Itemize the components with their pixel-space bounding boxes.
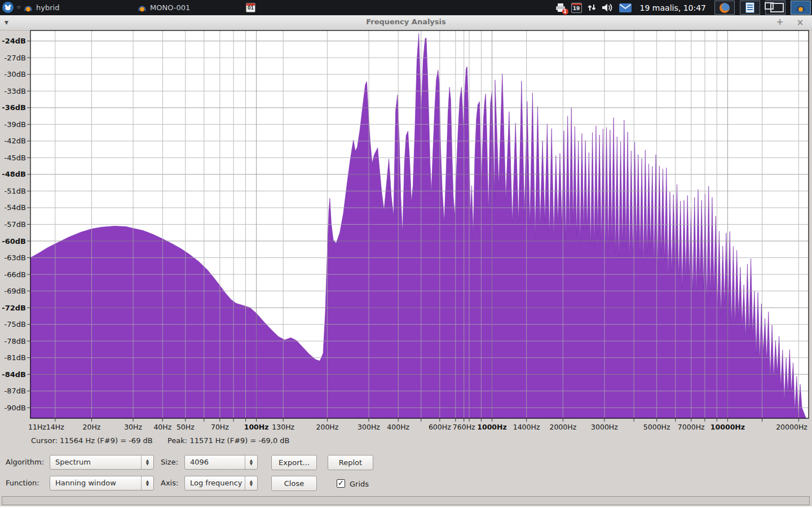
x-tick-label: 10000Hz [710, 423, 745, 431]
export-button[interactable]: Export... [271, 455, 317, 470]
x-tick-label: 1000Hz [477, 423, 507, 431]
x-tick-label: 300Hz [358, 423, 380, 431]
axis-select[interactable]: Log frequency ▲ ▼ [184, 476, 258, 491]
document-icon [745, 2, 754, 13]
clock[interactable]: 19 maalis, 10:47 [637, 3, 709, 12]
y-tick-label: -42dB [5, 137, 26, 145]
mouse-logo-icon [4, 3, 12, 11]
calendar-tray-icon[interactable]: 19 [571, 3, 582, 13]
document-launcher[interactable] [740, 1, 760, 15]
x-tick-label: 50Hz [176, 423, 195, 431]
size-value: 4096 [185, 456, 245, 469]
size-label: Size: [161, 455, 178, 470]
y-tick-label: -78dB [5, 337, 26, 345]
taskbar-item-calendar[interactable]: 01 [242, 0, 259, 15]
taskbar-item-hybrid[interactable]: hybrid [20, 0, 63, 15]
taskbar-item-label: hybrid [36, 3, 59, 12]
function-label: Function: [6, 476, 39, 491]
applications-menu-icon[interactable] [2, 2, 14, 13]
printer-badge: 1 [562, 8, 568, 15]
spinner-arrows[interactable]: ▲ ▼ [141, 476, 153, 490]
cursor-peak-status: Cursor: 11564 Hz (F#9) = -69 dB Peak: 11… [31, 436, 289, 445]
x-tick-label: 200Hz [316, 423, 339, 431]
x-tick-label: 600Hz [429, 423, 451, 431]
x-tick-label: 70Hz [211, 423, 229, 431]
taskbar-item-label: MONO-001 [150, 3, 190, 12]
y-tick-label: -75dB [5, 320, 26, 329]
spinner-down-icon[interactable]: ▼ [146, 483, 149, 487]
y-tick-label: -54dB [5, 203, 26, 212]
x-tick-label: 1400Hz [513, 423, 540, 431]
y-tick-label: -60dB [2, 237, 26, 246]
y-tick-label: -27dB [5, 54, 26, 62]
audacity-launcher[interactable] [791, 1, 811, 15]
y-tick-label: -45dB [5, 154, 26, 162]
close-button[interactable]: Close [271, 476, 317, 491]
taskbar-item-mono-001[interactable]: MONO-001 [134, 0, 193, 15]
axis-label: Axis: [161, 476, 178, 491]
spinner-arrows[interactable]: ▲ ▼ [245, 476, 257, 490]
mail-icon[interactable] [619, 3, 632, 12]
y-tick-label: -66dB [5, 270, 26, 279]
top-panel: ≡ hybrid MONO-001 01 [0, 0, 812, 16]
grids-checkbox-label[interactable]: Grids [350, 480, 369, 488]
y-tick-label: -36dB [2, 103, 26, 112]
close-window-button[interactable]: × [794, 17, 806, 28]
x-axis: 11Hz14Hz20Hz30Hz40Hz50Hz70Hz100Hz130Hz20… [28, 418, 807, 431]
x-tick-label: 14Hz [46, 423, 64, 431]
function-value: Hanning window [50, 476, 141, 490]
spinner-down-icon[interactable]: ▼ [146, 462, 149, 466]
x-tick-label: 760Hz [453, 423, 475, 431]
axis-value: Log frequency [185, 476, 245, 490]
grids-checkbox[interactable]: ✓ [337, 479, 345, 488]
x-tick-label: 3000Hz [591, 423, 618, 431]
y-tick-label: -30dB [5, 70, 26, 78]
y-tick-label: -81dB [5, 353, 26, 362]
x-tick-label: 5000Hz [643, 423, 670, 431]
spinner-arrows[interactable]: ▲ ▼ [141, 456, 153, 469]
y-tick-label: -51dB [5, 187, 26, 195]
firefox-launcher[interactable] [714, 1, 735, 15]
window-icon-back [765, 2, 774, 10]
x-tick-label: 2000Hz [549, 423, 576, 431]
y-tick-label: -24dB [2, 37, 26, 45]
y-tick-label: -69dB [5, 287, 26, 295]
x-tick-label: 30Hz [124, 423, 142, 431]
algorithm-select[interactable]: Spectrum ▲ ▼ [50, 455, 154, 470]
printer-tray-icon[interactable]: 1 [555, 3, 566, 13]
peak-readout: Peak: 11571 Hz (F#9) = -69,0 dB [167, 436, 289, 445]
x-tick-label: 20000Hz [776, 423, 807, 431]
frequency-spectrum-plot[interactable]: -24dB-27dB-30dB-33dB-36dB-39dB-42dB-45dB… [0, 30, 812, 434]
window-title: Frequency Analysis [0, 17, 812, 26]
algorithm-value: Spectrum [50, 456, 141, 469]
spinner-down-icon[interactable]: ▼ [250, 483, 253, 487]
spinner-arrows[interactable]: ▲ ▼ [245, 456, 257, 469]
y-tick-label: -39dB [5, 120, 26, 129]
maximize-button[interactable]: + [774, 17, 786, 27]
y-tick-label: -33dB [5, 87, 26, 95]
x-tick-label: 100Hz [244, 423, 269, 431]
status-bar [2, 496, 810, 505]
cursor-readout: Cursor: 11564 Hz (F#9) = -69 dB [31, 436, 153, 445]
network-arrows-icon[interactable] [587, 3, 597, 12]
window-launcher[interactable] [765, 1, 785, 15]
y-tick-label: -87dB [5, 387, 26, 395]
replot-button[interactable]: Replot [328, 455, 373, 470]
spinner-down-icon[interactable]: ▼ [250, 462, 253, 466]
y-tick-label: -84dB [2, 370, 26, 379]
audacity-icon [796, 3, 805, 12]
x-tick-label: 400Hz [387, 423, 409, 431]
volume-icon[interactable] [602, 3, 614, 12]
function-select[interactable]: Hanning window ▲ ▼ [50, 476, 154, 491]
x-tick-label: 7000Hz [678, 423, 705, 431]
size-select[interactable]: 4096 ▲ ▼ [184, 455, 258, 470]
x-tick-label: 40Hz [153, 423, 171, 431]
firefox-icon [720, 3, 730, 13]
check-icon: ✓ [338, 479, 344, 487]
audacity-icon [138, 3, 147, 12]
y-tick-label: -63dB [5, 253, 26, 262]
y-tick-label: -90dB [5, 404, 26, 412]
y-tick-label: -48dB [2, 170, 26, 178]
system-tray: 1 19 19 maalis, 10:47 [555, 0, 811, 15]
window-titlebar[interactable]: ▼ Frequency Analysis + × [0, 15, 812, 30]
